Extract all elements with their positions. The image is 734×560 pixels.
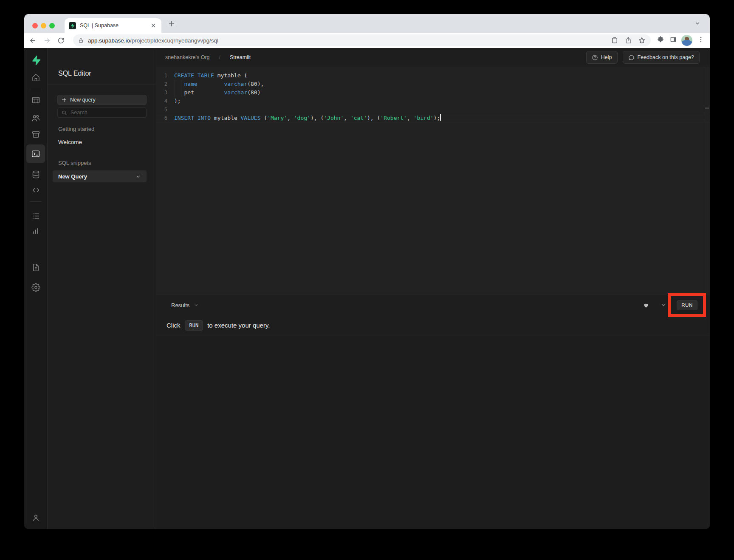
close-window-button[interactable] [32,23,38,28]
main-area: snehankekre's Org / Streamlit Help Feedb… [156,48,710,529]
browser-tab-strip: SQL | Supabase [24,14,710,33]
panel-divider [48,85,156,85]
code-line[interactable]: 4); [156,97,710,105]
run-options-chevron-icon[interactable] [661,302,666,308]
traffic-lights [32,23,55,28]
code-line-content: CREATE TABLE mytable ( [174,71,247,80]
sidebar-item-welcome[interactable]: Welcome [58,139,82,145]
line-number: 1 [156,71,167,80]
code-line[interactable]: 3 pet varchar(80) [156,88,710,97]
breadcrumb-org[interactable]: snehankekre's Org [165,54,210,60]
line-number: 3 [156,88,167,97]
address-bar[interactable]: app.supabase.io/project/pldexcuqrnyedang… [73,34,651,46]
new-tab-button[interactable] [167,20,176,28]
side-panel-icon[interactable] [669,36,677,43]
code-line[interactable]: 5 [156,105,710,114]
rail-divider [30,89,42,89]
supabase-app: SQL Editor New query Getting started Wel… [24,48,710,529]
breadcrumb-project[interactable]: Streamlit [230,54,251,60]
section-label-getting-started: Getting started [58,126,94,132]
chevron-down-icon[interactable] [136,174,141,179]
overview-ruler-mark [705,107,709,109]
code-lines: 1CREATE TABLE mytable (2 name varchar(80… [156,71,710,122]
new-query-button[interactable]: New query [57,95,147,105]
url-path: /project/pldexcuqrnyedangvvpg/sql [130,37,218,44]
message-suffix: to execute your query. [207,322,270,329]
plus-icon [62,97,67,102]
url-domain: app.supabase.io [88,37,130,44]
supabase-logo-icon[interactable] [30,55,41,66]
back-icon[interactable] [27,34,39,46]
settings-gear-icon[interactable] [31,283,40,292]
code-line-content: INSERT INTO mytable VALUES ('Mary', 'dog… [174,114,441,122]
lock-icon [78,37,84,44]
results-dropdown[interactable]: Results [171,302,199,308]
extensions-puzzle-icon[interactable] [657,36,664,43]
main-header: snehankekre's Org / Streamlit Help Feedb… [156,48,710,67]
code-line[interactable]: 6INSERT INTO mytable VALUES ('Mary', 'do… [156,114,710,122]
help-button-label: Help [601,54,612,60]
url-text: app.supabase.io/project/pldexcuqrnyedang… [88,37,218,44]
tab-close-icon[interactable] [150,22,157,29]
run-button[interactable]: RUN [677,300,697,310]
editor-scrollbar[interactable] [704,67,710,295]
results-empty-area [156,336,710,529]
supabase-favicon [69,22,76,29]
run-keycap: RUN [185,320,203,331]
search-input[interactable] [71,110,134,116]
forward-icon[interactable] [41,34,53,46]
account-icon[interactable] [31,513,40,522]
clipboard-icon[interactable] [611,37,618,44]
results-bar: Results RUN [156,295,710,315]
new-query-button-label: New query [70,97,96,103]
screenshot-canvas: SQL | Supabase [0,0,734,560]
rail-divider [30,201,42,202]
sidebar-item-new-query-label: New Query [58,173,87,180]
line-number: 4 [156,97,167,105]
search-icon [62,110,67,116]
table-editor-icon[interactable] [31,96,40,105]
reload-icon[interactable] [55,34,67,46]
code-line-content: pet varchar(80) [174,88,261,97]
bookmark-star-icon[interactable] [638,37,646,44]
home-icon[interactable] [31,73,40,82]
database-icon[interactable] [31,170,40,179]
browser-tab-active[interactable]: SQL | Supabase [65,18,161,33]
code-line-content: name varchar(80), [174,80,264,88]
code-line[interactable]: 2 name varchar(80), [156,80,710,88]
favorite-heart-icon[interactable] [643,302,649,308]
sql-editor-panel: SQL Editor New query Getting started Wel… [48,48,156,529]
code-editor[interactable]: 1CREATE TABLE mytable (2 name varchar(80… [156,67,710,295]
docs-file-icon[interactable] [31,263,40,272]
omnibox-actions [611,37,646,44]
sidebar-item-new-query[interactable]: New Query [53,170,147,182]
reports-chart-icon[interactable] [31,226,40,235]
share-icon[interactable] [624,37,632,44]
breadcrumb-separator: / [219,54,220,60]
panel-title: SQL Editor [58,70,91,77]
profile-avatar[interactable] [681,35,692,46]
logs-list-icon[interactable] [31,212,40,221]
menu-dots-icon[interactable] [697,36,705,43]
browser-window: SQL | Supabase [24,14,710,529]
search-box[interactable] [57,107,147,118]
line-number: 5 [156,105,167,114]
authentication-users-icon[interactable] [31,113,40,123]
feedback-button[interactable]: Feedback on this page? [623,51,700,64]
nav-rail [24,48,48,529]
message-prefix: Click [167,322,181,329]
results-label: Results [171,302,189,308]
code-line-content: ); [174,97,181,105]
sql-editor-icon[interactable] [26,144,45,163]
text-cursor [440,114,441,121]
code-line[interactable]: 1CREATE TABLE mytable ( [156,71,710,80]
section-label-sql-snippets: SQL snippets [58,160,91,166]
api-code-icon[interactable] [31,186,40,195]
results-empty-message: Click RUN to execute your query. [156,315,710,336]
storage-icon[interactable] [31,130,40,139]
line-number: 2 [156,80,167,88]
tab-search-chevron-icon[interactable] [694,20,700,26]
zoom-window-button[interactable] [49,23,55,28]
minimize-window-button[interactable] [41,23,46,28]
help-button[interactable]: Help [586,51,618,64]
